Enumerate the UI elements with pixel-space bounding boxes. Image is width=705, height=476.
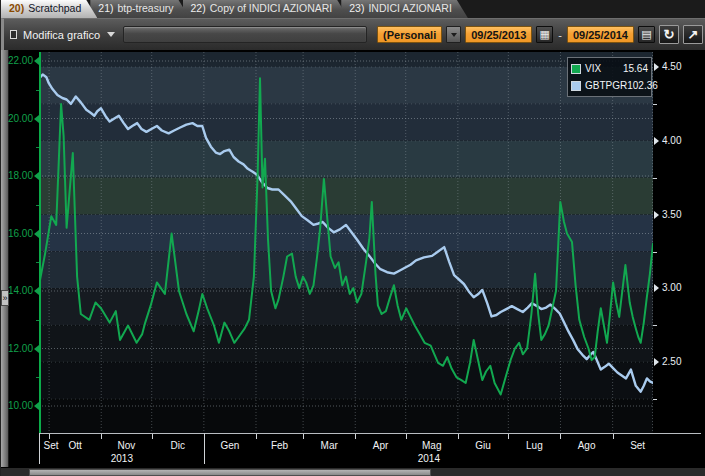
right-axis-minor-tick: [653, 104, 657, 105]
tab-number: 22): [191, 2, 206, 14]
month-tick: [101, 434, 102, 439]
tab-indici-azionari[interactable]: 23)INDICI AZIONARI: [341, 0, 468, 18]
month-tick: [355, 434, 356, 439]
tab-number: 20): [9, 2, 24, 14]
edit-chart-icon: [10, 30, 17, 39]
tab-number: 23): [349, 2, 364, 14]
tab-copy-of-indici-azionari[interactable]: 22)Copy of INDICI AZIONARI: [183, 0, 349, 18]
month-label: Mag: [422, 440, 441, 451]
month-tick: [458, 434, 459, 439]
legend-series-name: VIX: [585, 63, 623, 74]
month-tick: [303, 434, 304, 439]
edit-chart-label[interactable]: Modifica grafico: [23, 29, 100, 41]
refresh-icon[interactable]: ↻: [659, 25, 679, 44]
right-tick-arrow-icon: [654, 358, 659, 366]
left-tick-arrow-icon: [34, 402, 39, 410]
right-axis-tick-label: 2.50: [662, 356, 681, 367]
month-label: Gen: [221, 440, 240, 451]
legend-series-value: 2.36: [638, 80, 657, 91]
date-to-field[interactable]: 09/25/2014: [567, 26, 634, 43]
tab-label: Scratchpad: [28, 2, 81, 14]
right-axis-tick-label: 3.50: [662, 209, 681, 220]
legend-swatch-icon: [571, 64, 581, 74]
left-axis-minor-tick: [36, 205, 39, 206]
left-axis-tick-label: 20.00: [1, 113, 33, 124]
right-tick-arrow-icon: [654, 137, 659, 145]
chart-selector-dropdown[interactable]: [123, 26, 367, 43]
tab-scratchpad[interactable]: 20)Scratchpad: [1, 0, 97, 18]
legend-series-name: GBTPGR10: [585, 80, 638, 91]
left-tick-arrow-icon: [34, 172, 39, 180]
left-axis: 22.0020.0018.0016.0014.0012.0010.00: [1, 50, 39, 450]
preset-dropdown-button[interactable]: [446, 26, 461, 43]
month-tick: [560, 434, 561, 439]
month-tick: [508, 434, 509, 439]
x-axis-line: [39, 433, 701, 434]
month-label: Feb: [271, 440, 288, 451]
open-window-icon[interactable]: ↗: [683, 25, 703, 44]
terminal-window: 20)Scratchpad21)btp-treasury22)Copy of I…: [0, 0, 705, 476]
preset-button[interactable]: (Personali: [377, 26, 442, 43]
horizontal-scrollbar[interactable]: [1, 467, 705, 476]
right-tick-arrow-icon: [654, 63, 659, 71]
tab-label: btp-treasury: [118, 2, 174, 14]
month-label: Ott: [69, 440, 82, 451]
right-axis-tick-label: 3.00: [662, 282, 681, 293]
year-label: 2013: [111, 453, 133, 464]
left-axis-tick-label: 22.00: [1, 55, 33, 66]
right-tick-arrow-icon: [654, 211, 659, 219]
scrollbar-thumb[interactable]: [29, 469, 431, 476]
date-range-separator: -: [557, 29, 563, 41]
left-tick-arrow-icon: [34, 230, 39, 238]
left-axis-minor-tick: [36, 320, 39, 321]
left-tick-arrow-icon: [34, 57, 39, 65]
left-axis-tick-label: 16.00: [1, 228, 33, 239]
tab-number: 21): [98, 2, 113, 14]
chevron-down-icon[interactable]: [107, 32, 115, 37]
left-axis-tick-label: 14.00: [1, 285, 33, 296]
right-axis-minor-tick: [653, 252, 657, 253]
month-label: Mar: [321, 440, 338, 451]
right-tick-arrow-icon: [654, 284, 659, 292]
month-label: Set: [630, 440, 645, 451]
month-tick: [152, 434, 153, 439]
legend-item[interactable]: GBTPGR102.36: [571, 77, 648, 94]
date-from-field[interactable]: 09/25/2013: [465, 26, 532, 43]
year-separator: [39, 433, 40, 464]
year-label: 2014: [418, 453, 440, 464]
month-label: Ago: [578, 440, 596, 451]
left-tick-arrow-icon: [34, 115, 39, 123]
month-label: Dic: [171, 440, 185, 451]
month-label: Apr: [373, 440, 389, 451]
right-axis-minor-tick: [653, 325, 657, 326]
tab-label: INDICI AZIONARI: [368, 2, 451, 14]
month-label: Nov: [118, 440, 136, 451]
left-axis-tick-label: 10.00: [1, 400, 33, 411]
chevron-down-icon: [451, 33, 457, 37]
right-axis-minor-tick: [653, 178, 657, 179]
year-separator: [204, 433, 205, 464]
right-axis-minor-tick: [653, 399, 657, 400]
right-axis-tick-label: 4.00: [662, 135, 681, 146]
date-list-icon[interactable]: ▤: [638, 26, 655, 43]
month-tick: [406, 434, 407, 439]
left-axis-minor-tick: [36, 147, 39, 148]
tab-btp-treasury[interactable]: 21)btp-treasury: [90, 0, 189, 18]
tab-label: Copy of INDICI AZIONARI: [210, 2, 333, 14]
legend-item[interactable]: VIX15.64: [571, 60, 648, 77]
left-axis-tick-label: 18.00: [1, 170, 33, 181]
right-axis-tick-label: 4.50: [662, 61, 681, 72]
left-axis-tick-label: 12.00: [1, 343, 33, 354]
left-axis-minor-tick: [36, 90, 39, 91]
x-axis: SetOttNovDicGenFebMarAprMagGiuLugAgoSet2…: [1, 433, 705, 467]
chart-legend: VIX15.64GBTPGR102.36: [567, 57, 652, 97]
plot-canvas[interactable]: [39, 52, 653, 433]
chart-area: » 22.0020.0018.0016.0014.0012.0010.00 4.…: [1, 50, 705, 467]
tab-bar: 20)Scratchpad21)btp-treasury22)Copy of I…: [1, 0, 705, 18]
month-tick: [256, 434, 257, 439]
calendar-icon[interactable]: ▦: [536, 26, 553, 43]
left-tick-arrow-icon: [34, 345, 39, 353]
left-axis-minor-tick: [36, 377, 39, 378]
month-label: Giu: [475, 440, 491, 451]
chart-toolbar: Modifica grafico (Personali 09/25/2013 ▦…: [1, 18, 705, 50]
